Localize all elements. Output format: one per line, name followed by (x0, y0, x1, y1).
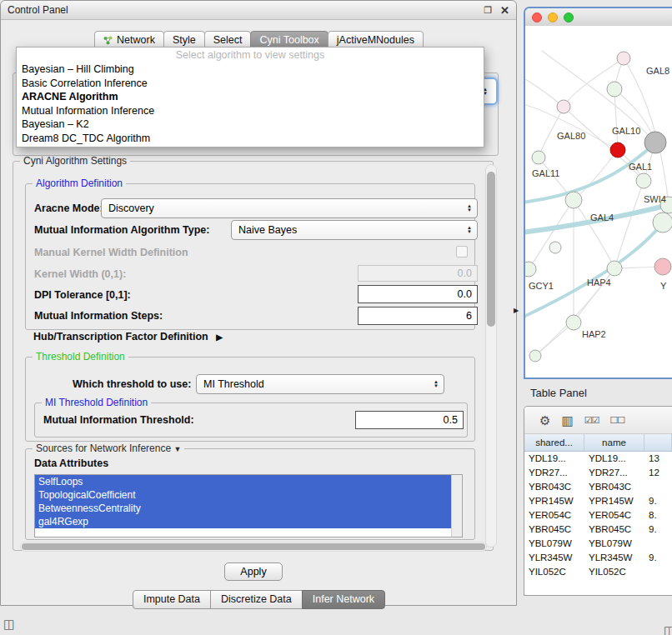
list-item[interactable]: SelfLoops (35, 475, 462, 488)
kernel-width-field: 0.0 (358, 265, 478, 282)
column-header-shared-name[interactable]: shared... (524, 434, 584, 451)
which-threshold-select[interactable]: MI Threshold ▲ ▼ (196, 374, 444, 394)
dpi-tolerance-field[interactable]: 0.0 (358, 285, 478, 303)
close-traffic-light[interactable] (532, 12, 542, 22)
settings-horizontal-scrollbar[interactable] (20, 542, 487, 552)
table-row[interactable]: YBR045C YBR045C 9. (524, 522, 672, 537)
network-node[interactable] (566, 315, 581, 330)
settings-group-title: Cyni Algorithm Settings (20, 155, 130, 167)
settings-vertical-scrollbar[interactable] (485, 164, 497, 548)
node-label: HAP4 (587, 278, 611, 288)
which-threshold-label: Which threshold to use: (73, 378, 191, 390)
column-header-name[interactable]: name (584, 434, 644, 451)
cell: YBL079W (524, 537, 584, 551)
table-row[interactable]: YDR27... YDR27... 12 (524, 466, 672, 480)
mi-algorithm-type-select[interactable]: Naive Bayes ▲ ▼ (231, 220, 478, 240)
sources-title-text: Sources for Network Inference (36, 442, 171, 454)
network-canvas[interactable]: GAL8 GAL80 GAL10 GAL11 GAL1 SWI4 GAL4 GC… (525, 26, 672, 379)
network-node[interactable] (607, 82, 622, 97)
network-node[interactable] (565, 192, 582, 208)
cell: 9. (644, 494, 672, 508)
dock-panel-icon[interactable]: ◫ (664, 623, 672, 635)
hub-transcription-factor-section[interactable]: Hub/Transcription Factor Definition ▶ (33, 331, 223, 342)
network-node-gal-hub[interactable] (644, 132, 666, 153)
network-nodes[interactable] (525, 52, 672, 362)
sources-group: Sources for Network Inference ▼ Data Att… (25, 448, 475, 540)
dropdown-item[interactable]: Bayesian – K2 (17, 118, 484, 132)
dropdown-item[interactable]: Mutual Information Inference (17, 104, 484, 118)
cell: YLR345W (524, 551, 584, 565)
close-icon[interactable]: ✕ (500, 4, 509, 17)
column-header-3[interactable] (644, 434, 672, 451)
dock-panel-icon[interactable]: ◫ (3, 617, 15, 632)
table-row[interactable]: YLR345W YLR345W 9. (524, 551, 672, 565)
sources-group-title[interactable]: Sources for Network Inference ▼ (33, 442, 184, 454)
hub-section-label: Hub/Transcription Factor Definition (33, 331, 208, 342)
network-node[interactable] (636, 173, 651, 188)
horizontal-scroll-thumb[interactable] (22, 543, 485, 550)
cell: 8. (644, 508, 672, 522)
cell: YBL079W (584, 537, 644, 551)
network-node[interactable] (532, 151, 545, 164)
cell: YER054C (584, 508, 644, 522)
mi-steps-field[interactable]: 6 (358, 307, 478, 325)
table-row[interactable]: YER054C YER054C 8. (524, 508, 672, 522)
data-attributes-list[interactable]: SelfLoops TopologicalCoefficient Between… (34, 474, 463, 538)
algorithm-definition-group: Algorithm Definition Aracne Mode: Discov… (25, 183, 475, 330)
tab-discretize-data[interactable]: Discretize Data (210, 590, 303, 609)
network-node[interactable] (529, 350, 541, 362)
algorithm-dropdown-popup: Select algorithm to view settings Bayesi… (16, 47, 484, 148)
cell: YIL052C (524, 565, 584, 579)
network-node[interactable] (525, 262, 536, 277)
network-node[interactable] (653, 212, 672, 232)
list-item[interactable]: gal4RGexp (35, 515, 462, 528)
vertical-scroll-thumb[interactable] (487, 172, 495, 327)
cell: YBR045C (524, 522, 584, 537)
network-node[interactable] (557, 100, 570, 113)
deselect-all-icon[interactable]: ☐☐ (609, 414, 624, 427)
network-view-window: GAL8 GAL80 GAL10 GAL11 GAL1 SWI4 GAL4 GC… (524, 7, 672, 379)
combo-arrows-icon: ▲ ▼ (462, 226, 477, 234)
mi-threshold-field[interactable]: 0.5 (355, 411, 464, 429)
cell: YBR045C (584, 522, 644, 537)
zoom-traffic-light[interactable] (564, 12, 574, 22)
dropdown-item-selected[interactable]: ARACNE Algorithm (17, 90, 484, 104)
network-node-labels: GAL8 GAL80 GAL10 GAL11 GAL1 SWI4 GAL4 GC… (529, 66, 669, 339)
network-node[interactable] (607, 261, 622, 276)
table-row[interactable]: YPR145W YPR145W 9. (524, 494, 672, 508)
list-scrollbar[interactable] (451, 475, 462, 537)
dropdown-item[interactable]: Dream8 DC_TDC Algorithm (17, 132, 484, 146)
expand-right-icon[interactable]: ▶ (216, 332, 223, 342)
node-label: GAL4 (590, 212, 614, 222)
apply-button[interactable]: Apply (224, 562, 283, 581)
float-window-icon[interactable]: ❐ (484, 5, 492, 16)
cell: YIL052C (584, 565, 644, 579)
table-row[interactable]: YBR043C YBR043C (524, 480, 672, 494)
network-node[interactable] (549, 242, 561, 253)
network-node[interactable] (654, 258, 671, 275)
dpi-tolerance-label: DPI Tolerance [0,1]: (34, 289, 131, 301)
network-node-gal10-selected[interactable] (610, 142, 625, 158)
select-all-icon[interactable]: ☑☑ (584, 414, 599, 427)
minimize-traffic-light[interactable] (548, 12, 558, 22)
list-item[interactable]: TopologicalCoefficient (35, 488, 462, 502)
table-row[interactable]: YDL19... YDL19... 13 (524, 452, 672, 466)
mi-threshold-label: Mutual Information Threshold: (43, 414, 194, 426)
tab-infer-network[interactable]: Infer Network (302, 590, 385, 609)
aracne-mode-select[interactable]: Discovery ▲ ▼ (101, 198, 478, 218)
panel-resize-arrow[interactable]: ▶ (514, 307, 519, 314)
dropdown-item[interactable]: Bayesian – Hill Climbing (17, 62, 484, 77)
tab-impute-data[interactable]: Impute Data (133, 590, 211, 609)
table-row[interactable]: YBL079W YBL079W (524, 537, 672, 551)
node-label: GAL1 (629, 162, 652, 172)
manual-kernel-width-checkbox (456, 246, 468, 258)
expand-down-icon[interactable]: ▼ (173, 445, 181, 453)
network-node[interactable] (617, 52, 630, 65)
control-panel-titlebar: Control Panel ❐ ✕ (1, 1, 516, 20)
table-row[interactable]: YIL052C YIL052C (524, 565, 672, 579)
gear-icon[interactable]: ⚙ (539, 414, 550, 427)
columns-icon[interactable]: ▥ (561, 414, 573, 427)
list-item[interactable]: BetweennessCentrality (35, 502, 462, 515)
tab-label: Impute Data (143, 593, 200, 605)
dropdown-item[interactable]: Basic Correlation Inference (17, 77, 484, 91)
